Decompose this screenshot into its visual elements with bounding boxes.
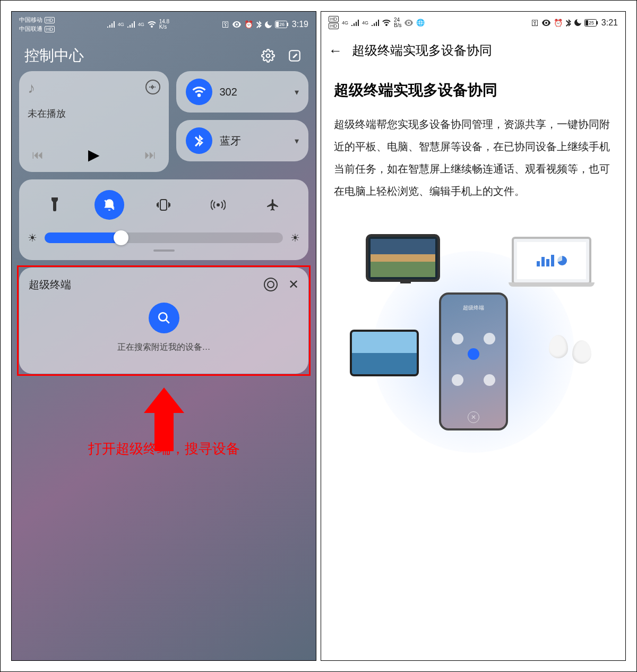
- alarm-icon: ⏰: [244, 20, 253, 29]
- article-heading: 超级终端实现多设备协同: [334, 80, 613, 100]
- control-center-header: 控制中心: [12, 35, 316, 71]
- status-bar: HD HD 4G 4G 24B/s 🌐 ⚿ ⏰ 25 3:21: [321, 12, 625, 31]
- battery-icon: 25: [584, 19, 598, 27]
- status-bar: 中国移动HD 中国联通HD 4G 4G 14.8K/s ⚿: [12, 12, 316, 35]
- svg-point-8: [217, 203, 220, 206]
- edit-button[interactable]: [286, 47, 303, 64]
- eye-icon: [404, 20, 413, 26]
- moon-icon: [265, 21, 272, 28]
- bluetooth-label: 蓝牙: [220, 134, 288, 148]
- svg-rect-13: [597, 21, 598, 24]
- status-right: ⚿ ⏰ 26 3:19: [222, 20, 308, 29]
- settings-button[interactable]: [260, 47, 277, 64]
- annotation-caption: 打开超级终端，搜寻设备: [19, 440, 308, 458]
- chevron-down-icon[interactable]: ▾: [295, 136, 299, 146]
- bluetooth-icon: [256, 21, 262, 28]
- phone-screen-title: 超级终端: [441, 304, 506, 312]
- svg-rect-12: [586, 20, 588, 25]
- key-icon: ⚿: [531, 19, 539, 27]
- net-label: 4G: [118, 22, 124, 27]
- close-icon[interactable]: ✕: [288, 277, 299, 292]
- slider-track[interactable]: [45, 232, 283, 243]
- vibrate-toggle[interactable]: [149, 190, 178, 220]
- net-label: 4G: [362, 20, 368, 25]
- device-phone: 超级终端 ✕: [439, 292, 508, 430]
- chevron-down-icon[interactable]: ▾: [295, 87, 299, 97]
- signal-icon: [107, 21, 115, 28]
- clock-time: 3:19: [292, 20, 308, 29]
- bluetooth-icon: [186, 127, 212, 154]
- carrier-2: 中国联通: [19, 25, 42, 33]
- page-title: 超级终端实现多设备协同: [352, 42, 492, 59]
- audio-output-icon[interactable]: [145, 80, 160, 94]
- page-title: 控制中心: [24, 46, 84, 66]
- airplane-toggle[interactable]: [258, 190, 288, 220]
- alarm-icon: ⏰: [554, 19, 563, 27]
- next-track-button[interactable]: ⏭: [144, 148, 156, 162]
- status-left: 中国移动HD 中国联通HD: [19, 16, 55, 33]
- brightness-slider[interactable]: ☀ ☀: [28, 231, 300, 244]
- svg-text:25: 25: [589, 20, 594, 25]
- phone-info-page: HD HD 4G 4G 24B/s 🌐 ⚿ ⏰ 25 3:21: [321, 11, 626, 661]
- svg-rect-7: [160, 200, 167, 210]
- illustration: 超级终端 ✕: [334, 223, 613, 457]
- svg-text:26: 26: [279, 22, 285, 27]
- music-card[interactable]: ♪ 未在播放 ⏮ ▶ ⏭: [19, 71, 169, 172]
- hd-badge: HD: [45, 26, 55, 32]
- device-tv: [366, 234, 440, 282]
- wifi-card[interactable]: 302 ▾: [176, 71, 309, 113]
- phone-control-center: 中国移动HD 中国联通HD 4G 4G 14.8K/s ⚿: [11, 11, 316, 661]
- svg-line-10: [166, 320, 169, 323]
- svg-rect-1: [276, 22, 279, 27]
- drag-handle[interactable]: [153, 249, 175, 252]
- screenshot-pair: 中国移动HD 中国联通HD 4G 4G 14.8K/s ⚿: [0, 0, 637, 672]
- device-earbuds: [549, 335, 591, 367]
- speed-unit: B/s: [394, 23, 401, 28]
- svg-point-9: [159, 313, 167, 321]
- status-left: HD HD 4G 4G 24B/s 🌐: [329, 16, 425, 29]
- eye-icon: [233, 21, 241, 28]
- signal-icon: [372, 20, 379, 26]
- clock-time: 3:21: [601, 18, 618, 28]
- music-note-icon: ♪: [28, 80, 35, 97]
- super-device-card[interactable]: 超级终端 ✕ 正在搜索附近我的设备…: [19, 268, 308, 374]
- hd-badge: HD: [329, 16, 339, 22]
- status-right: ⚿ ⏰ 25 3:21: [531, 18, 618, 28]
- bluetooth-card[interactable]: 蓝牙 ▾: [176, 120, 309, 161]
- hd-badge: HD: [45, 17, 55, 23]
- play-button[interactable]: ▶: [88, 146, 100, 163]
- prev-track-button[interactable]: ⏮: [32, 148, 44, 162]
- wifi-label: 302: [220, 86, 288, 98]
- svg-rect-2: [287, 23, 288, 26]
- wifi-icon: [186, 79, 212, 105]
- dnd-toggle[interactable]: [94, 190, 124, 220]
- battery-icon: 26: [275, 21, 289, 28]
- hotspot-toggle[interactable]: [203, 190, 233, 220]
- back-button[interactable]: ←: [329, 42, 342, 59]
- wifi-icon: [148, 21, 156, 28]
- hd-badge: HD: [329, 23, 339, 29]
- search-icon[interactable]: [149, 303, 179, 333]
- flashlight-toggle[interactable]: [40, 190, 70, 220]
- signal-icon: [351, 20, 359, 26]
- moon-icon: [574, 19, 581, 26]
- searching-text: 正在搜索附近我的设备…: [117, 342, 211, 353]
- eye-icon: [542, 20, 550, 26]
- carrier-1: 中国移动: [19, 16, 42, 24]
- globe-icon: 🌐: [416, 19, 425, 27]
- bluetooth-icon: [566, 19, 571, 27]
- brightness-low-icon: ☀: [28, 231, 37, 244]
- close-icon: ✕: [468, 411, 479, 423]
- status-mid: 4G 4G 14.8K/s: [107, 19, 170, 30]
- device-tablet: [350, 330, 419, 376]
- radar-icon[interactable]: [264, 278, 278, 291]
- page-header: ← 超级终端实现多设备协同: [321, 31, 625, 70]
- net-label: 4G: [342, 20, 348, 25]
- music-status: 未在播放: [28, 107, 160, 120]
- slider-thumb[interactable]: [114, 230, 128, 245]
- speed-value: 24: [394, 18, 401, 23]
- brightness-high-icon: ☀: [290, 231, 300, 244]
- speed-unit: K/s: [159, 24, 169, 30]
- svg-point-4: [266, 54, 270, 58]
- super-device-title: 超级终端: [29, 278, 71, 292]
